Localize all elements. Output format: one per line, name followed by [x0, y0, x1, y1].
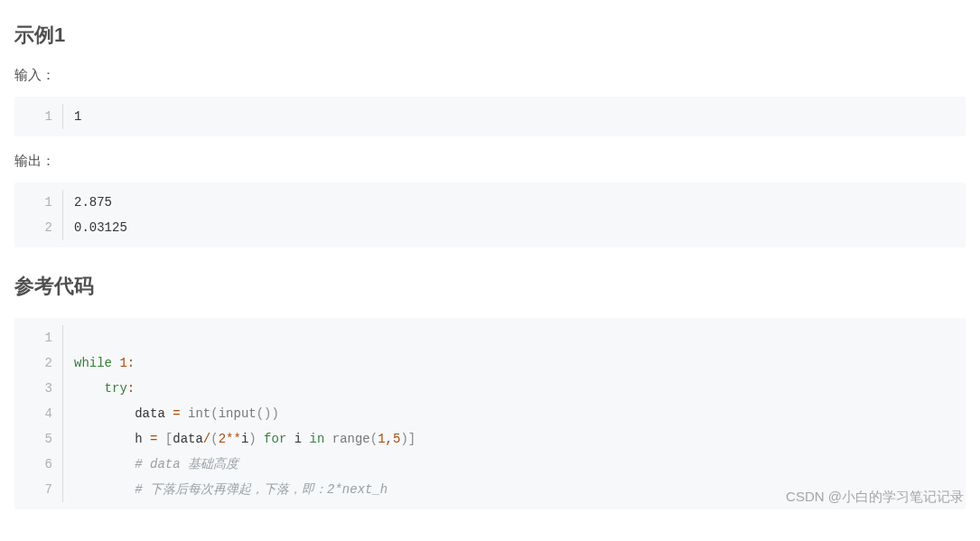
output-code-block: 1 2.875 2 0.03125 [14, 182, 966, 247]
line-number: 7 [14, 477, 63, 502]
code-line: 0.03125 [63, 215, 966, 240]
line-number: 6 [14, 452, 63, 477]
line-number: 4 [14, 401, 63, 426]
code-line: data = int(input()) [63, 401, 966, 426]
line-number: 1 [14, 325, 63, 350]
label-output: 输出： [14, 153, 966, 170]
line-number: 1 [14, 104, 63, 129]
code-line: h = [data/(2**i) for i in range(1,5)] [63, 426, 966, 452]
code-line: # data 基础高度 [63, 452, 966, 477]
code-line: try: [63, 376, 966, 401]
input-code-block: 1 1 [14, 97, 966, 136]
heading-reference-code: 参考代码 [14, 273, 966, 300]
code-line [63, 325, 966, 350]
line-number: 5 [14, 426, 63, 452]
line-number: 2 [14, 350, 63, 376]
heading-example: 示例1 [14, 22, 966, 49]
code-line: 1 [63, 104, 966, 129]
label-input: 输入： [14, 67, 966, 84]
line-number: 2 [14, 215, 63, 240]
watermark: CSDN @小白的学习笔记记录 [786, 489, 964, 506]
code-line: 2.875 [63, 190, 966, 215]
line-number: 1 [14, 190, 63, 215]
code-line: while 1: [63, 350, 966, 376]
line-number: 3 [14, 376, 63, 401]
reference-code-block: 1 2 while 1: 3 try: 4 data = int(input()… [14, 318, 966, 509]
